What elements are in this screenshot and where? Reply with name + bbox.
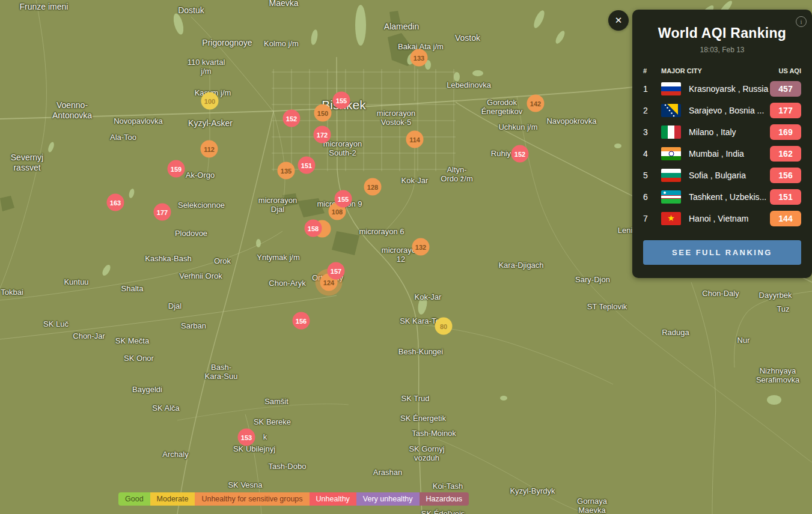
legend-moderate: Moderate <box>150 492 195 506</box>
map-place-label: microrayon Djal <box>258 196 297 214</box>
map-place-label: Arashan <box>373 468 402 477</box>
map-place-label: Bash- Kara-Suu <box>205 363 238 381</box>
map-place-label: Tash-Dobo <box>269 462 307 471</box>
aqi-badge: 162 <box>770 146 801 162</box>
map-place-label: Maevka <box>269 0 298 8</box>
aqi-marker[interactable]: 177 <box>154 204 171 221</box>
aqi-marker[interactable]: 150 <box>314 104 332 122</box>
map-place-label: Alamedin <box>384 22 419 32</box>
close-panel-button[interactable]: ✕ <box>608 10 629 31</box>
close-icon: ✕ <box>615 15 623 26</box>
legend-unhealthy: Unhealthy <box>310 492 356 506</box>
map-place-label: microrayon Vostok-5 <box>377 109 415 127</box>
map-place-label: Kyzyl-Asker <box>188 118 233 128</box>
aqi-marker[interactable]: 157 <box>328 262 345 280</box>
aqi-marker[interactable]: 128 <box>364 178 382 196</box>
map-place-label: Baygeldi <box>132 385 162 394</box>
map-place-label: Tokbai <box>1 288 23 297</box>
ranking-city: Milano , Italy <box>689 127 770 137</box>
aqi-legend: GoodModerateUnhealthy for sensitive grou… <box>118 492 469 506</box>
panel-title: World AQI Ranking <box>643 25 801 41</box>
map-place-label: Archaly <box>162 450 188 459</box>
map-place-label: Gornaya Maevka <box>577 497 607 514</box>
aqi-badge: 169 <box>770 124 801 140</box>
map-place-label: Kara-Djigach <box>498 261 543 270</box>
map-place-label: Frunze imeni <box>20 2 69 12</box>
aqi-marker[interactable]: 158 <box>305 220 322 237</box>
map-place-label: Kok-Jar <box>415 292 442 301</box>
ranking-row[interactable]: 2 Sarajevo , Bosnia ... 177 <box>643 100 801 121</box>
map-place-label: Chon-Daly <box>702 289 739 298</box>
map-place-label: Voenno- Antonovka <box>52 100 92 120</box>
aqi-marker[interactable]: 152 <box>511 145 529 163</box>
aqi-marker[interactable]: 142 <box>527 95 545 112</box>
aqi-marker[interactable]: 100 <box>201 92 219 110</box>
ranking-city: Mumbai , India <box>689 149 770 159</box>
map-place-label: SK Vesna <box>228 480 262 489</box>
bosnia-flag <box>661 104 681 117</box>
legend-good: Good <box>118 492 150 506</box>
map-place-label: Sarban <box>181 321 206 330</box>
map-place-label: Samšit <box>264 397 288 406</box>
map-place-label: Dayyrbek <box>759 291 792 300</box>
aqi-marker[interactable]: 80 <box>435 318 453 335</box>
map-place-label: 110 kvartal j/m <box>188 58 225 76</box>
aqi-marker[interactable]: 153 <box>238 429 255 446</box>
aqi-badge: 144 <box>770 211 801 226</box>
aqi-marker[interactable]: 155 <box>335 190 352 208</box>
map-place-label: Kyzyl-Byrdyk <box>510 486 555 495</box>
aqi-marker[interactable]: 152 <box>283 110 301 127</box>
ranking-table-header: # MAJOR CITY US AQI <box>643 67 801 74</box>
aqi-marker[interactable]: 159 <box>168 160 185 178</box>
map-place-label: Tuz <box>777 304 789 313</box>
ranking-row[interactable]: 1 Krasnoyarsk , Russia 457 <box>643 78 801 100</box>
see-full-ranking-button[interactable]: SEE FULL RANKING <box>643 240 801 265</box>
legend-very-unhealthy: Very unhealthy <box>356 492 420 506</box>
aqi-badge: 457 <box>770 81 801 97</box>
map-place-label: Verhnii Orok <box>179 271 222 280</box>
column-city: MAJOR CITY <box>661 67 779 74</box>
ranking-rows: 1 Krasnoyarsk , Russia 457 2 Sarajevo , … <box>643 78 801 229</box>
info-icon[interactable]: i <box>796 16 807 27</box>
aqi-marker[interactable]: 151 <box>298 157 316 174</box>
aqi-badge: 177 <box>770 103 801 118</box>
map-place-label: Selekcionnoe <box>178 201 225 210</box>
map-place-label: Orok <box>214 256 231 265</box>
ranking-row[interactable]: 6 Tashkent , Uzbekis... 151 <box>643 186 801 208</box>
map-place-label: SK Énergetik <box>400 414 446 423</box>
column-rank: # <box>643 67 661 74</box>
ranking-row[interactable]: 5 Sofia , Bulgaria 156 <box>643 165 801 186</box>
ranking-row[interactable]: 7 ★ Hanoi , Vietnam 144 <box>643 208 801 229</box>
aqi-marker[interactable]: 155 <box>333 92 350 109</box>
aqi-marker[interactable]: 112 <box>201 141 218 158</box>
ranking-city: Sofia , Bulgaria <box>689 171 770 180</box>
ranking-city: Sarajevo , Bosnia ... <box>689 106 770 115</box>
world-aqi-ranking-panel: i World AQI Ranking 18:03, Feb 13 # MAJO… <box>632 10 812 278</box>
aqi-badge: 151 <box>770 189 801 205</box>
map-place-label: Tash-Moinok <box>412 429 456 438</box>
map-place-label: Uchkun j/m <box>498 122 537 132</box>
aqi-marker[interactable]: 156 <box>293 312 310 330</box>
map-place-label: Nizhnyaya Serafimovka <box>756 366 799 385</box>
aqi-marker[interactable]: 172 <box>314 126 331 144</box>
map-place-label: Djal <box>168 301 182 310</box>
map-place-label: microrayon 6 <box>359 227 404 236</box>
map-place-label: Dostuk <box>178 5 204 16</box>
aqi-marker[interactable]: 114 <box>406 131 424 148</box>
ranking-row[interactable]: 3 Milano , Italy 169 <box>643 121 801 143</box>
aqi-badge: 156 <box>770 168 801 183</box>
ranking-city: Hanoi , Vietnam <box>689 214 770 223</box>
aqi-marker[interactable]: 163 <box>107 194 124 211</box>
ranking-row[interactable]: 4 Mumbai , India 162 <box>643 143 801 165</box>
map-place-label: Chon-Jar <box>73 331 105 340</box>
map-place-label: Altyn- Ordo ž/m <box>441 165 472 184</box>
ranking-rank: 6 <box>643 192 661 202</box>
aqi-marker[interactable]: 132 <box>412 238 430 256</box>
map-place-label: Plodovoe <box>175 229 207 238</box>
map-place-label: Chon-Aryk <box>269 279 305 288</box>
aqi-marker[interactable]: 133 <box>411 49 428 67</box>
uzbekistan-flag <box>661 190 681 204</box>
aqi-marker[interactable]: 135 <box>278 162 295 180</box>
map-place-label: Gorodok Énergetikov <box>481 98 523 116</box>
map-place-label: SK Mečta <box>115 336 149 345</box>
